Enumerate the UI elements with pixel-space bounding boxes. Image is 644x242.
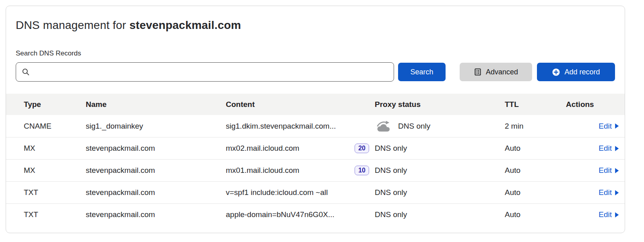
- record-ttl: Auto: [505, 166, 566, 175]
- proxy-status-label: DNS only: [375, 144, 407, 153]
- proxy-status-label: DNS only: [375, 166, 407, 175]
- edit-link-label: Edit: [599, 166, 612, 175]
- triangle-right-icon: [615, 168, 619, 173]
- search-icon: [22, 68, 30, 76]
- page-title: DNS management for stevenpackmail.com: [16, 19, 615, 32]
- add-record-button[interactable]: Add record: [537, 63, 615, 81]
- search-input[interactable]: [16, 62, 394, 82]
- record-type: TXT: [24, 210, 86, 219]
- record-name: stevenpackmail.com: [86, 144, 226, 153]
- add-record-button-label: Add record: [564, 68, 600, 76]
- cloud-arrow-icon: [375, 120, 392, 132]
- edit-record-link[interactable]: Edit: [566, 210, 625, 219]
- record-ttl: Auto: [505, 188, 566, 197]
- triangle-right-icon: [615, 123, 619, 129]
- record-ttl: 2 min: [505, 122, 566, 131]
- edit-link-label: Edit: [599, 122, 612, 131]
- edit-record-link[interactable]: Edit: [566, 188, 625, 197]
- search-input-wrap: [16, 62, 394, 82]
- table-header-row: Type Name Content Proxy status TTL Actio…: [6, 94, 625, 115]
- table-row: CNAME sig1._domainkey sig1.dkim.stevenpa…: [6, 115, 625, 137]
- table-row: MX stevenpackmail.com mx02.mail.icloud.c…: [6, 137, 625, 159]
- advanced-button-label: Advanced: [486, 68, 518, 76]
- triangle-right-icon: [615, 212, 619, 217]
- record-type: MX: [24, 166, 86, 175]
- record-proxy-status: DNS only: [375, 120, 505, 132]
- header-proxy-status: Proxy status: [375, 100, 505, 109]
- search-toolbar: Search Advanced Add record: [16, 62, 615, 82]
- header-type: Type: [24, 100, 86, 109]
- dns-records-table: Type Name Content Proxy status TTL Actio…: [6, 94, 625, 226]
- proxy-status-label: DNS only: [398, 122, 430, 131]
- record-name: stevenpackmail.com: [86, 210, 226, 219]
- search-button[interactable]: Search: [398, 63, 446, 81]
- record-type: MX: [24, 144, 86, 153]
- record-content-value: sig1.dkim.stevenpackmail.com...: [226, 122, 336, 131]
- edit-link-label: Edit: [599, 144, 612, 153]
- plus-circle-icon: [552, 68, 560, 76]
- edit-record-link[interactable]: Edit: [566, 122, 625, 131]
- table-body: CNAME sig1._domainkey sig1.dkim.stevenpa…: [6, 115, 625, 226]
- record-type: TXT: [24, 188, 86, 197]
- record-content-value: v=spf1 include:icloud.com ~all: [226, 188, 328, 197]
- header-content: Content: [226, 100, 375, 109]
- header-ttl: TTL: [505, 100, 566, 109]
- record-content-value: mx02.mail.icloud.com: [226, 144, 299, 153]
- page-title-prefix: DNS management for: [16, 19, 129, 31]
- record-proxy-status: DNS only: [375, 166, 505, 175]
- record-name: stevenpackmail.com: [86, 188, 226, 197]
- header-actions: Actions: [566, 100, 625, 109]
- search-label: Search DNS Records: [16, 49, 615, 57]
- record-content: v=spf1 include:icloud.com ~all: [226, 188, 375, 197]
- record-content-value: apple-domain=bNuV47n6G0X...: [226, 210, 334, 219]
- record-ttl: Auto: [505, 144, 566, 153]
- proxy-status-label: DNS only: [375, 210, 407, 219]
- record-proxy-status: DNS only: [375, 210, 505, 219]
- record-content: sig1.dkim.stevenpackmail.com...: [226, 122, 375, 131]
- record-name: sig1._domainkey: [86, 122, 226, 131]
- dns-management-card: DNS management for stevenpackmail.com Se…: [6, 6, 625, 233]
- record-content: apple-domain=bNuV47n6G0X...: [226, 210, 375, 219]
- record-proxy-status: DNS only: [375, 188, 505, 197]
- record-content: mx02.mail.icloud.com 20: [226, 144, 375, 153]
- record-content: mx01.mail.icloud.com 10: [226, 166, 375, 175]
- proxy-status-label: DNS only: [375, 188, 407, 197]
- list-document-icon: [474, 68, 482, 76]
- edit-record-link[interactable]: Edit: [566, 144, 625, 153]
- table-row: MX stevenpackmail.com mx01.mail.icloud.c…: [6, 159, 625, 181]
- page-title-domain: stevenpackmail.com: [129, 19, 241, 31]
- triangle-right-icon: [615, 190, 619, 195]
- record-ttl: Auto: [505, 210, 566, 219]
- mx-priority-badge: 10: [355, 166, 369, 175]
- triangle-right-icon: [615, 146, 619, 151]
- record-proxy-status: DNS only: [375, 144, 505, 153]
- header-name: Name: [86, 100, 226, 109]
- mx-priority-badge: 20: [355, 144, 369, 153]
- edit-record-link[interactable]: Edit: [566, 166, 625, 175]
- table-row: TXT stevenpackmail.com apple-domain=bNuV…: [6, 203, 625, 226]
- edit-link-label: Edit: [599, 210, 612, 219]
- record-name: stevenpackmail.com: [86, 166, 226, 175]
- table-row: TXT stevenpackmail.com v=spf1 include:ic…: [6, 181, 625, 203]
- advanced-button[interactable]: Advanced: [460, 63, 532, 81]
- record-content-value: mx01.mail.icloud.com: [226, 166, 299, 175]
- record-type: CNAME: [24, 122, 86, 131]
- edit-link-label: Edit: [599, 188, 612, 197]
